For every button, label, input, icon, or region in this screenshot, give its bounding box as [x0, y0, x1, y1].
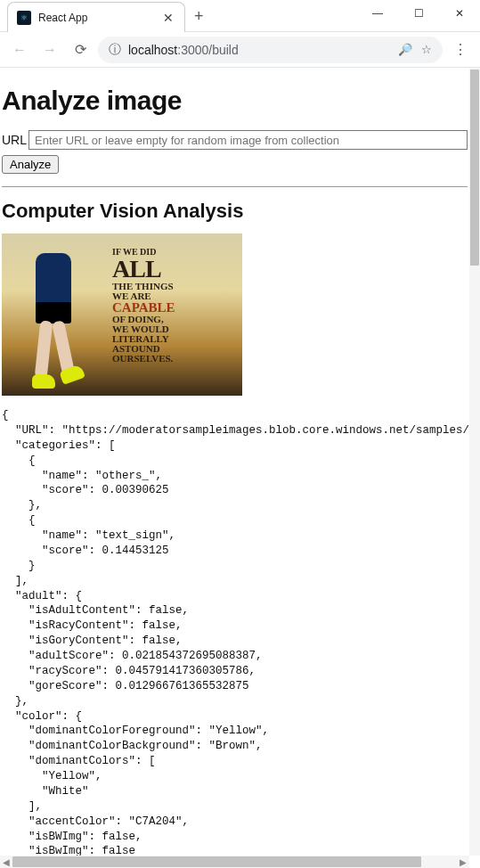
image-quote: IF WE DID ALL THE THINGS WE ARE CAPABLE … [112, 248, 228, 364]
vertical-scrollbar[interactable] [469, 68, 480, 856]
horizontal-scrollbar-thumb[interactable] [12, 856, 421, 867]
scroll-left-icon[interactable]: ◀ [0, 857, 12, 867]
back-button[interactable]: ← [7, 37, 32, 62]
url-text: localhost:3000/build [128, 43, 239, 57]
browser-titlebar: ⚛ React App ✕ + ― ☐ ✕ [0, 0, 480, 32]
zoom-icon[interactable]: 🔎 [398, 43, 412, 56]
divider [2, 186, 468, 187]
reload-button[interactable]: ⟳ [68, 37, 93, 62]
minimize-button[interactable]: ― [357, 0, 398, 27]
url-row: URL [2, 130, 468, 150]
close-window-button[interactable]: ✕ [439, 0, 480, 27]
new-tab-button[interactable]: + [194, 7, 204, 26]
section-heading: Computer Vision Analysis [2, 200, 468, 223]
url-label: URL [2, 133, 27, 147]
address-bar[interactable]: ⓘ localhost:3000/build 🔎 ☆ [98, 37, 443, 63]
vertical-scrollbar-thumb[interactable] [470, 70, 479, 266]
scroll-right-icon[interactable]: ▶ [457, 857, 469, 867]
close-tab-icon[interactable]: ✕ [161, 11, 175, 25]
horizontal-scrollbar[interactable]: ◀ ▶ [0, 856, 469, 868]
bookmark-icon[interactable]: ☆ [421, 43, 432, 56]
browser-tab-active[interactable]: ⚛ React App ✕ [7, 2, 185, 32]
react-favicon: ⚛ [17, 11, 31, 25]
browser-toolbar: ← → ⟳ ⓘ localhost:3000/build 🔎 ☆ ⋮ [0, 32, 480, 68]
analysis-json-output: { "URL": "https://moderatorsampleimages.… [2, 408, 468, 856]
url-input[interactable] [28, 130, 468, 150]
analyze-button[interactable]: Analyze [2, 155, 59, 174]
viewport: Analyze image URL Analyze Computer Visio… [0, 68, 480, 856]
page-title: Analyze image [2, 86, 468, 116]
forward-button[interactable]: → [37, 37, 62, 62]
site-info-icon[interactable]: ⓘ [109, 42, 121, 58]
browser-menu-button[interactable]: ⋮ [448, 41, 473, 58]
runner-graphic [18, 253, 89, 396]
page-content: Analyze image URL Analyze Computer Visio… [0, 68, 469, 856]
tab-title: React App [38, 12, 154, 24]
window-controls: ― ☐ ✕ [357, 0, 480, 27]
analysis-image: IF WE DID ALL THE THINGS WE ARE CAPABLE … [2, 233, 242, 396]
maximize-button[interactable]: ☐ [398, 0, 439, 27]
horizontal-scrollbar-track[interactable] [12, 856, 457, 868]
